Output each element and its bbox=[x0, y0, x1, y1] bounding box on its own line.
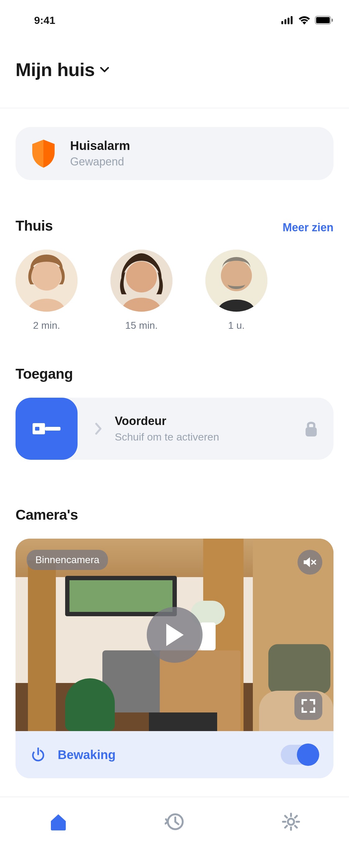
door-lock-icon bbox=[33, 420, 61, 437]
divider bbox=[0, 108, 349, 108]
history-icon bbox=[165, 812, 185, 832]
svg-rect-1 bbox=[284, 19, 286, 24]
camera-name-badge: Binnencamera bbox=[27, 550, 108, 570]
svg-rect-14 bbox=[35, 427, 39, 431]
location-dropdown[interactable]: Mijn huis bbox=[15, 59, 334, 81]
gear-icon bbox=[281, 812, 301, 832]
mute-button[interactable] bbox=[297, 550, 322, 575]
home-icon bbox=[49, 812, 68, 832]
toggle-knob bbox=[297, 744, 319, 766]
fullscreen-button[interactable] bbox=[294, 692, 322, 720]
chevron-down-icon bbox=[100, 67, 109, 73]
wifi-icon bbox=[298, 16, 311, 25]
cellular-icon bbox=[281, 16, 294, 24]
svg-rect-2 bbox=[288, 18, 289, 24]
monitoring-label: Bewaking bbox=[58, 748, 268, 762]
people-list: 2 min. 15 min. 1 u. bbox=[15, 250, 334, 331]
svg-rect-3 bbox=[291, 16, 292, 24]
camera-footer: Bewaking bbox=[15, 731, 334, 778]
alarm-status: Gewapend bbox=[70, 155, 130, 168]
person-item[interactable]: 2 min. bbox=[15, 250, 77, 331]
access-text: Voordeur Schuif om te activeren bbox=[115, 414, 304, 443]
svg-point-10 bbox=[126, 261, 157, 292]
svg-rect-5 bbox=[316, 17, 330, 23]
person-time: 15 min. bbox=[125, 320, 158, 331]
person-time: 2 min. bbox=[33, 320, 60, 331]
door-name: Voordeur bbox=[115, 414, 304, 428]
alarm-text: Huisalarm Gewapend bbox=[70, 139, 130, 168]
camera-preview[interactable]: Binnencamera bbox=[15, 538, 334, 731]
home-section-header: Thuis Meer zien bbox=[15, 217, 334, 234]
shield-icon bbox=[31, 140, 56, 168]
speaker-muted-icon bbox=[303, 556, 317, 568]
alarm-title: Huisalarm bbox=[70, 139, 130, 153]
person-item[interactable]: 15 min. bbox=[110, 250, 172, 331]
battery-icon bbox=[315, 16, 334, 25]
tab-settings[interactable] bbox=[280, 811, 302, 833]
svg-rect-6 bbox=[331, 19, 333, 22]
svg-rect-0 bbox=[281, 21, 283, 24]
tab-history[interactable] bbox=[164, 811, 186, 833]
camera-card: Binnencamera Bewaking bbox=[15, 538, 334, 778]
play-icon bbox=[164, 622, 186, 647]
svg-rect-15 bbox=[45, 427, 61, 431]
svg-point-20 bbox=[288, 819, 294, 825]
monitoring-toggle[interactable] bbox=[281, 745, 318, 765]
cameras-section-header: Camera's bbox=[15, 506, 334, 523]
avatar bbox=[205, 250, 267, 312]
status-bar: 9:41 bbox=[0, 0, 349, 31]
slide-instruction: Schuif om te activeren bbox=[115, 431, 304, 443]
avatar bbox=[15, 250, 77, 312]
access-slider[interactable]: Voordeur Schuif om te activeren bbox=[15, 398, 334, 460]
status-time: 9:41 bbox=[34, 14, 55, 26]
alarm-card[interactable]: Huisalarm Gewapend bbox=[15, 127, 334, 180]
slider-handle[interactable] bbox=[15, 398, 77, 460]
chevron-right-icon bbox=[95, 423, 102, 435]
power-icon bbox=[31, 748, 45, 762]
access-section-header: Toegang bbox=[15, 365, 334, 382]
home-section-title: Thuis bbox=[15, 217, 53, 234]
page-title: Mijn huis bbox=[15, 59, 95, 81]
status-indicators bbox=[281, 16, 334, 25]
person-item[interactable]: 1 u. bbox=[205, 250, 267, 331]
tab-home[interactable] bbox=[47, 811, 69, 833]
svg-rect-16 bbox=[306, 427, 317, 436]
see-more-link[interactable]: Meer zien bbox=[283, 221, 334, 234]
cameras-section-title: Camera's bbox=[15, 506, 78, 523]
header: Mijn huis bbox=[0, 31, 349, 94]
lock-icon bbox=[304, 420, 318, 437]
expand-icon bbox=[301, 699, 316, 713]
play-button[interactable] bbox=[147, 607, 202, 663]
avatar bbox=[110, 250, 172, 312]
tab-bar bbox=[0, 797, 349, 868]
access-section-title: Toegang bbox=[15, 365, 73, 382]
person-time: 1 u. bbox=[228, 320, 245, 331]
svg-point-8 bbox=[32, 261, 61, 290]
